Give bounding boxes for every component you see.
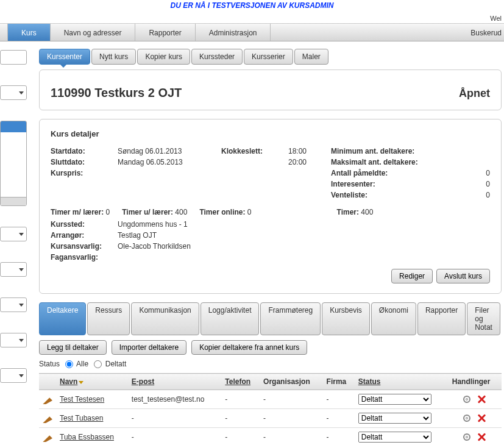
- lbl-int: Interesenter:: [331, 180, 472, 188]
- th-firma[interactable]: Firma: [323, 374, 355, 390]
- lbl-max: Maksimalt ant. deltakere:: [331, 158, 472, 166]
- course-details-card: Kurs detaljer Startdato: Søndag 06.01.20…: [39, 119, 502, 294]
- lbl-sluttdato: Sluttdato:: [51, 158, 118, 166]
- th-epost[interactable]: E-post: [128, 374, 222, 390]
- participant-firm: -: [323, 409, 355, 428]
- lbl-kurspris: Kurspris:: [51, 169, 118, 177]
- lbl-arranger: Arrangør:: [51, 231, 118, 240]
- subtab-kurssteder[interactable]: Kurssteder: [191, 49, 243, 65]
- val-time-end: 20:00: [288, 158, 331, 166]
- ptab-frammote[interactable]: Frammøtereg: [260, 302, 321, 335]
- rail-dropdown-6[interactable]: [0, 333, 27, 347]
- lbl-t-with: Timer m/ lærer:: [51, 208, 104, 216]
- chevron-down-icon: [19, 304, 24, 307]
- close-course-button[interactable]: Avslutt kurs: [436, 269, 490, 283]
- val-place: Ungdommens hus - 1: [118, 220, 188, 229]
- participant-org: -: [260, 390, 322, 409]
- course-status: Åpnet: [459, 87, 490, 100]
- subtab-maler[interactable]: Maler: [294, 49, 328, 65]
- rail-dropdown-7[interactable]: [0, 368, 27, 383]
- lbl-klokkeslett: Klokkeslett:: [221, 147, 288, 155]
- ptab-logg[interactable]: Logg/aktivitet: [201, 302, 260, 335]
- nav-tab-admin[interactable]: Administrasjon: [196, 24, 271, 41]
- val-startdato: Søndag 06.01.2013: [118, 147, 221, 155]
- delete-icon[interactable]: [477, 432, 486, 442]
- delete-icon[interactable]: [477, 413, 486, 423]
- subtab-kursserier[interactable]: Kursserier: [244, 49, 293, 65]
- edit-button[interactable]: Rediger: [391, 269, 433, 283]
- ptab-deltakere[interactable]: Deltakere: [39, 302, 86, 335]
- th-navn[interactable]: Navn: [56, 374, 128, 390]
- val-t-wo: 400: [175, 208, 187, 216]
- rail-dropdown-3[interactable]: [0, 227, 27, 241]
- subtab-kurssenter[interactable]: Kurssenter: [39, 49, 90, 65]
- rail-dropdown-2[interactable]: [0, 85, 27, 100]
- participant-phone: -: [221, 428, 260, 445]
- lbl-wait: Venteliste:: [331, 191, 472, 199]
- rail-dropdown-4[interactable]: [0, 262, 27, 277]
- import-participants-button[interactable]: Importer deltakere: [112, 340, 186, 355]
- participant-phone: -: [221, 390, 260, 409]
- table-row: Test Testesentest_testesen@test.no---Del…: [39, 390, 502, 409]
- participant-org: -: [260, 409, 322, 428]
- ptab-komm[interactable]: Kommunikasjon: [131, 302, 199, 335]
- val-t-with: 0: [106, 208, 110, 216]
- chevron-down-icon: [19, 268, 24, 271]
- nav-tab-navn[interactable]: Navn og adresser: [51, 24, 136, 41]
- status-opt-all: Alle: [76, 360, 88, 368]
- lbl-t-wo: Timer u/ lærer:: [122, 208, 173, 216]
- val-arranger: Testlag OJT: [118, 231, 157, 240]
- subtab-kopierkurs[interactable]: Kopier kurs: [137, 49, 190, 65]
- delete-icon[interactable]: [477, 394, 486, 404]
- chevron-down-icon: [19, 374, 24, 377]
- ptab-rapporter[interactable]: Rapporter: [417, 302, 466, 335]
- participants-table: Navn E-post Telefon Organisasjon Firma S…: [39, 373, 502, 445]
- status-radio-attended[interactable]: [94, 360, 102, 368]
- chevron-down-icon: [19, 339, 24, 342]
- rail-dropdown-5[interactable]: [0, 297, 27, 312]
- edit-icon[interactable]: [43, 432, 52, 442]
- lbl-t-online: Timer online:: [199, 208, 245, 216]
- nav-tab-rapporter[interactable]: Rapporter: [135, 24, 195, 41]
- status-radio-all[interactable]: [65, 360, 73, 368]
- subtab-nyttkurs[interactable]: Nytt kurs: [91, 49, 136, 65]
- edit-icon[interactable]: [43, 413, 52, 423]
- th-org[interactable]: Organisasjon: [260, 374, 322, 390]
- val-int: 0: [472, 180, 490, 188]
- th-status[interactable]: Status: [355, 374, 449, 390]
- rail-dropdown-1[interactable]: [0, 50, 27, 65]
- val-t-total: 400: [361, 208, 373, 216]
- rail-listbox[interactable]: [0, 121, 27, 206]
- participant-name-link[interactable]: Test Tubasen: [60, 414, 103, 422]
- main-nav: Kurs Navn og adresser Rapporter Administ…: [0, 23, 504, 41]
- ptab-ressurs[interactable]: Ressurs: [87, 302, 130, 335]
- edit-icon[interactable]: [43, 394, 52, 404]
- th-edit: [39, 374, 56, 390]
- participant-name-link[interactable]: Tuba Essbassen: [60, 433, 114, 441]
- ptab-filer[interactable]: Filer og Notat: [467, 302, 500, 335]
- gear-icon[interactable]: [463, 396, 470, 403]
- ptab-kursbevis[interactable]: Kursbevis: [322, 302, 370, 335]
- participant-name-link[interactable]: Test Testesen: [60, 395, 104, 404]
- sort-caret-icon: [79, 381, 83, 384]
- nav-tab-kurs[interactable]: Kurs: [7, 24, 51, 41]
- gear-icon[interactable]: [463, 415, 470, 422]
- val-min: [472, 147, 490, 155]
- val-max: [472, 158, 490, 166]
- status-select[interactable]: Deltatt: [358, 413, 431, 424]
- add-participant-button[interactable]: Legg til deltaker: [39, 340, 107, 355]
- copy-participants-button[interactable]: Kopier deltakere fra annet kurs: [191, 340, 307, 355]
- status-filter: Status Alle Deltatt: [39, 360, 502, 368]
- gear-icon[interactable]: [463, 433, 470, 441]
- th-telefon[interactable]: Telefon: [221, 374, 260, 390]
- status-opt-attended: Deltatt: [105, 360, 127, 368]
- chevron-down-icon: [19, 233, 24, 236]
- status-select[interactable]: Deltatt: [358, 394, 431, 405]
- th-handlinger: Handlinger: [449, 374, 502, 390]
- region-label: Buskerud: [470, 24, 504, 41]
- val-sluttdato: Mandag 06.05.2013: [118, 158, 221, 166]
- participant-firm: -: [323, 428, 355, 445]
- ptab-okonomi[interactable]: Økonomi: [371, 302, 416, 335]
- val-wait: 0: [472, 191, 490, 199]
- status-select[interactable]: Deltatt: [358, 432, 431, 443]
